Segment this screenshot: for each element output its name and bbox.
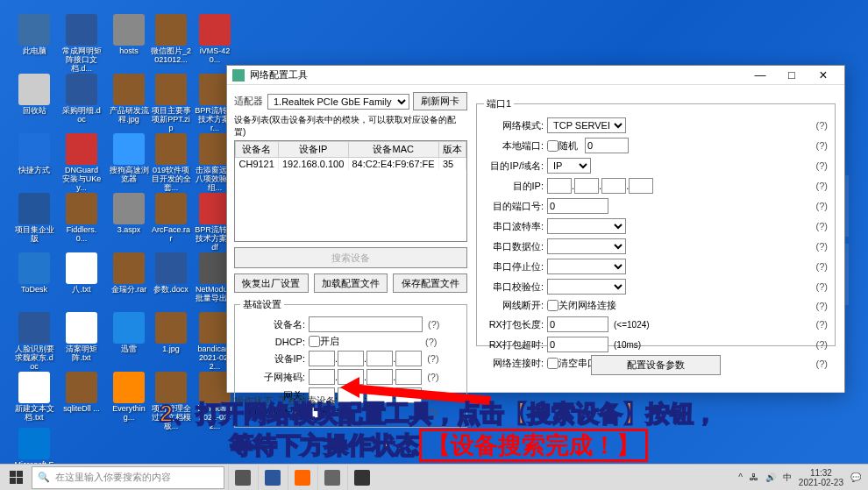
clock[interactable]: 11:32 2021-02-23 bbox=[799, 468, 843, 487]
rxtimeout-input[interactable] bbox=[547, 337, 608, 352]
desktop-icon[interactable]: 人脸识别要求魏家东.doc bbox=[14, 312, 54, 372]
databit-label: 串口数据位: bbox=[484, 240, 547, 253]
dip-1[interactable] bbox=[547, 178, 572, 194]
desktop-icon[interactable]: 项目主要事项新PPT.zip bbox=[151, 74, 191, 133]
desktop-icon[interactable]: 搜狗高速浏览器 bbox=[109, 133, 149, 184]
netmode-select[interactable]: TCP SERVER bbox=[547, 117, 626, 133]
close-button[interactable]: × bbox=[808, 67, 839, 84]
desktop-icon[interactable]: 1.jpg bbox=[151, 312, 191, 354]
disconnect-checkbox[interactable] bbox=[547, 300, 559, 311]
dhcp-checkbox[interactable] bbox=[309, 336, 320, 347]
disconnect-label: 网线断开: bbox=[484, 299, 547, 312]
dip-2[interactable] bbox=[574, 178, 599, 194]
file-icon bbox=[18, 133, 50, 165]
dip-3[interactable] bbox=[601, 178, 626, 194]
reconnect-checkbox[interactable] bbox=[547, 358, 559, 369]
sub-4[interactable] bbox=[395, 369, 422, 385]
taskbar-app-2[interactable] bbox=[288, 465, 316, 490]
desktop-icon[interactable]: 019软件项目开发的全套... bbox=[151, 133, 191, 193]
gw-4[interactable] bbox=[395, 387, 422, 403]
load-config-button[interactable]: 加载配置文件 bbox=[314, 273, 388, 293]
desktop-icon[interactable]: ToDesk bbox=[14, 252, 54, 295]
localport-input[interactable] bbox=[585, 138, 629, 153]
adapter-select[interactable]: 1.Realtek PCIe GbE Family Cont bbox=[267, 94, 409, 110]
restore-button[interactable]: 恢复出厂设置 bbox=[234, 273, 309, 293]
basic-settings-group: 基础设置 设备名:(?) DHCP: 开启(?) 设备IP: . . . (?)… bbox=[234, 298, 467, 428]
tray-volume-icon[interactable]: 🔊 bbox=[765, 472, 776, 482]
desktop-icon[interactable]: 项目集企业版 bbox=[14, 193, 54, 244]
desktop-icon[interactable]: hosts bbox=[109, 14, 149, 56]
localport-label: 本地端口: bbox=[484, 139, 547, 153]
device-list[interactable]: 设备名 设备IP 设备MAC 版本 CH9121 192.168.0.100 8… bbox=[234, 140, 467, 242]
start-button[interactable] bbox=[0, 465, 32, 491]
file-icon bbox=[113, 133, 145, 165]
parity-select[interactable] bbox=[547, 279, 626, 295]
save-config-button[interactable]: 保存配置文件 bbox=[393, 273, 467, 293]
search-device-button[interactable]: 搜索设备 bbox=[234, 247, 467, 268]
desktop-icon[interactable]: sqliteDll ... bbox=[61, 372, 102, 414]
taskbar-app-1[interactable] bbox=[258, 465, 286, 490]
desktop-icon[interactable]: 清案明矩阵.txt bbox=[61, 312, 102, 363]
ip-octet-3[interactable] bbox=[366, 351, 393, 366]
tray-network-icon[interactable]: 🖧 bbox=[750, 472, 758, 482]
tray-chevron-icon[interactable]: ^ bbox=[738, 472, 743, 482]
system-tray[interactable]: ^ 🖧 🔊 中 11:32 2021-02-23 💬 bbox=[738, 468, 868, 487]
desktop-icon[interactable]: ArcFace.rar bbox=[151, 193, 191, 244]
taskbar-app-3[interactable] bbox=[317, 465, 345, 490]
destport-input[interactable] bbox=[547, 198, 608, 214]
desktop-icon[interactable]: 金瑞分.rar bbox=[109, 252, 149, 295]
desktop-icon[interactable]: 新建文本文档.txt bbox=[14, 372, 54, 423]
maximize-button[interactable]: □ bbox=[776, 67, 808, 84]
desktop-icon[interactable]: Everything... bbox=[109, 372, 149, 423]
ip-octet-4[interactable] bbox=[395, 351, 422, 366]
device-row[interactable]: CH9121 192.168.0.100 84:C2:E4:F9:67:FE 3… bbox=[236, 158, 466, 171]
desktop-icon[interactable]: 回收站 bbox=[14, 74, 54, 116]
search-box[interactable]: 🔍 在这里输入你要搜索的内容 bbox=[32, 466, 224, 489]
random-checkbox[interactable] bbox=[547, 140, 559, 152]
desktop-icon[interactable]: 快捷方式 bbox=[14, 133, 54, 175]
baud-select[interactable] bbox=[547, 218, 626, 234]
databit-select[interactable] bbox=[547, 238, 626, 254]
sub-1[interactable] bbox=[309, 369, 335, 385]
notification-icon[interactable]: 💬 bbox=[850, 472, 861, 482]
desktop-icon[interactable]: 微信图片_2021012... bbox=[151, 14, 191, 65]
file-icon bbox=[18, 14, 50, 46]
ip-octet-1[interactable] bbox=[309, 351, 335, 366]
destip-type-select[interactable]: IP bbox=[547, 158, 591, 174]
icon-label: 产品研发流程.jpg bbox=[109, 107, 149, 124]
desktop-icon[interactable]: 迅雷 bbox=[109, 312, 149, 354]
taskview-button[interactable] bbox=[228, 465, 256, 490]
serialneg-checkbox[interactable] bbox=[309, 407, 320, 418]
icon-label: 项目集企业版 bbox=[14, 226, 54, 244]
desktop-icon[interactable]: 参数.docx bbox=[151, 252, 191, 295]
minimize-button[interactable]: — bbox=[744, 67, 776, 84]
sub-3[interactable] bbox=[366, 369, 393, 385]
icon-label: 019软件项目开发的全套... bbox=[151, 167, 191, 193]
dip-4[interactable] bbox=[629, 178, 653, 194]
devname-input[interactable] bbox=[309, 316, 423, 332]
destport-label: 目的端口号: bbox=[484, 200, 547, 213]
tray-ime-icon[interactable]: 中 bbox=[783, 472, 792, 484]
devname-label: 设备名: bbox=[240, 318, 309, 331]
sub-2[interactable] bbox=[338, 369, 364, 385]
desktop-icon[interactable]: 3.aspx bbox=[109, 193, 149, 235]
refresh-adapter-button[interactable]: 刷新网卡 bbox=[413, 92, 467, 110]
desktop-icon[interactable]: 项目管理全过程文档模板... bbox=[151, 372, 191, 431]
gw-3[interactable] bbox=[366, 387, 393, 403]
desktop-icon[interactable]: 此电脑 bbox=[14, 14, 54, 56]
desktop-icon[interactable]: iVMS-420... bbox=[195, 14, 235, 65]
desktop-icon[interactable]: Fiddlers.0... bbox=[61, 193, 102, 244]
config-device-button[interactable]: 配置设备参数 bbox=[591, 355, 721, 375]
desktop-icon[interactable]: 常成网明矩阵接口文档.d... bbox=[61, 14, 102, 74]
stopbit-select[interactable] bbox=[547, 259, 626, 274]
devip-label: 设备IP: bbox=[240, 352, 309, 366]
taskbar-app-4[interactable] bbox=[347, 465, 375, 490]
desktop-icon[interactable]: 产品研发流程.jpg bbox=[109, 74, 149, 124]
desktop-icon[interactable]: 八.txt bbox=[61, 252, 102, 295]
file-icon bbox=[66, 252, 97, 284]
desktop-icon[interactable]: DNGuard安装与UKey... bbox=[61, 133, 102, 193]
file-icon bbox=[113, 193, 145, 224]
desktop-icon[interactable]: 采购明细.doc bbox=[61, 74, 102, 124]
rxlen-input[interactable] bbox=[547, 316, 608, 332]
ip-octet-2[interactable] bbox=[338, 351, 364, 366]
